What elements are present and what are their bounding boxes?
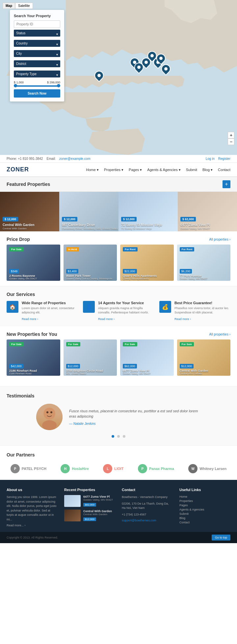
nav-contact[interactable]: Contact — [218, 168, 230, 172]
partner-3[interactable]: P Panax Pharma — [138, 464, 174, 473]
nav-submit[interactable]: Submit — [186, 168, 197, 172]
price-drop-card-2[interactable]: For Rent $22,000 Quarry Hills Apartments… — [120, 245, 174, 281]
city-select[interactable]: City — [14, 50, 60, 57]
price-drop-card-0[interactable]: For Sale $349 2 Rooms Bayonne Golden Val… — [7, 245, 60, 281]
city-select-wrapper: City — [14, 50, 60, 59]
new-props-all-link[interactable]: All properties › — [209, 333, 230, 336]
featured-carousel: $ 12,000 Central With Garden Central Wit… — [0, 192, 237, 231]
partner-name-2: LIOIT — [114, 467, 123, 471]
login-link[interactable]: Log in — [206, 157, 215, 161]
search-now-button[interactable]: Search Now — [14, 89, 60, 98]
property-id-input[interactable] — [14, 20, 60, 28]
footer-recent-0[interactable]: 6477 Zuma View Pl Golden Valley, MN 5542… — [64, 495, 115, 507]
new-prop-card-1[interactable]: For Sale $12,000 3705 Brighton Circle Ro… — [64, 339, 117, 376]
partner-icon-2: L — [103, 464, 112, 473]
footer-contact-email[interactable]: support@bowthemes.com — [122, 519, 173, 522]
new-prop-card-3[interactable]: For Sale $12,000 Central With Garden Cen… — [177, 339, 231, 376]
copyright-text: Copyright © 2013. All Rights Reserved. — [7, 536, 58, 539]
featured-title-3: 6477 Zuma View Pl — [180, 223, 210, 227]
featured-subtitle-1: Canterbury Drive, Woodbury, MN, United S… — [62, 227, 118, 230]
partner-name-0: PATEL PSYCH — [22, 467, 46, 471]
dot-1[interactable] — [117, 435, 120, 438]
zoom-in-btn[interactable]: + — [228, 132, 234, 138]
nav-properties[interactable]: Properties ▾ — [104, 168, 123, 172]
service-2: 💰 Best Price Guarantee! Phasellus non vi… — [159, 301, 230, 321]
go-to-top-link[interactable]: Go to top — [212, 535, 230, 541]
svg-point-1 — [43, 408, 55, 420]
footer-link-contact[interactable]: Contact — [179, 521, 230, 524]
property-type-select[interactable]: Property Type — [14, 71, 60, 77]
partner-4[interactable]: W Whitney Larsen — [188, 464, 226, 473]
status-badge-2: For Rent — [123, 247, 138, 251]
svg-point-2 — [42, 420, 57, 430]
email-link[interactable]: zoner@example.com — [59, 157, 91, 161]
service-readmore-1[interactable]: Read more › — [98, 317, 115, 321]
footer-link-agents[interactable]: Agents & Agencies — [179, 508, 230, 511]
nav-home[interactable]: Home ▾ — [86, 168, 98, 172]
service-desc-1: Aliquam gravida magna at fringilla conva… — [98, 306, 154, 314]
service-icon-2: 💰 — [159, 301, 171, 313]
dot-2[interactable] — [123, 435, 125, 438]
footer-link-home[interactable]: Home — [179, 495, 230, 498]
price-drop-card-3[interactable]: For Rent $6,200 77 Park Avenue Golden Va… — [177, 245, 231, 281]
partner-icon-3: P — [138, 464, 147, 473]
featured-item-3[interactable]: $ 62,000 6477 Zuma View Pl Golden Valley… — [178, 192, 237, 231]
partner-1[interactable]: H HoslaHire — [61, 464, 89, 473]
featured-title-1: 987 Canterbury Drive — [62, 223, 95, 227]
map-btn[interactable]: Map — [3, 3, 15, 9]
testimonial-content: Fusce risus metus, placerat in consectet… — [36, 404, 201, 430]
map-type-controls: Map Satellite — [3, 3, 33, 9]
card-sub-0: Golden Valley, MN 55427 — [9, 277, 37, 280]
status-select[interactable]: Status — [14, 30, 60, 37]
partner-2[interactable]: L LIOIT — [103, 464, 123, 473]
price-range-slider[interactable] — [14, 85, 60, 87]
partner-0[interactable]: P PATEL PSYCH — [11, 464, 46, 473]
featured-item-2[interactable]: $ 12,000 71 Sunny St Mission Viejo 71 Su… — [118, 192, 178, 231]
footer-link-pages[interactable]: Pages — [179, 504, 230, 507]
footer-link-blog[interactable]: Blog — [179, 516, 230, 520]
footer-link-properties[interactable]: Properties — [179, 499, 230, 503]
service-readmore-2[interactable]: Read more › — [174, 317, 191, 321]
new-prop-card-0[interactable]: For Sale $42,000 2186 Rinehart Road 2186… — [7, 339, 60, 376]
nav-blog[interactable]: Blog ▾ — [202, 168, 213, 172]
footer-recent-1[interactable]: Central With Garden Central With Garden … — [64, 510, 115, 521]
price-drop-grid: For Sale $349 2 Rooms Bayonne Golden Val… — [0, 245, 237, 286]
testimonials-title: Testimonials — [7, 393, 230, 398]
service-content-0: Wide Range of Properties Lorem ipsum dol… — [22, 301, 78, 321]
new-prop-card-2[interactable]: For Sale $62,000 6477 Zuma View Pl Golde… — [120, 339, 174, 376]
footer-contact-phone: +1 (734) 123-4567 — [122, 512, 173, 517]
footer-contact-company: Bowthemes - Vemartech Company — [122, 495, 173, 500]
footer-link-submit[interactable]: Submit — [179, 512, 230, 515]
featured-item-1[interactable]: $ 12,000 987 Canterbury Drive Canterbury… — [59, 192, 118, 231]
district-select[interactable]: District — [14, 60, 60, 67]
new-price-0: $42,000 — [9, 364, 23, 368]
service-icon-1: 👤 — [83, 301, 95, 313]
footer-recent-img-0 — [64, 495, 81, 507]
price-drop-all-link[interactable]: All properties › — [209, 238, 230, 241]
dot-0[interactable] — [112, 435, 114, 438]
featured-subtitle-0: Central With Garden — [3, 227, 27, 230]
add-featured-button[interactable]: + — [223, 180, 230, 188]
footer-contact-title: Contact — [122, 488, 173, 492]
new-status-3: For Sale — [180, 342, 194, 346]
footer-recent-price-0: $62,000 — [83, 503, 96, 507]
price-drop-card-1[interactable]: In Hold $3,400 Water Park Tower Golden V… — [64, 245, 117, 281]
service-readmore-0[interactable]: Read more › — [22, 317, 38, 321]
services-section: Our Services 🏠 Wide Range of Properties … — [0, 286, 237, 326]
zoom-out-btn[interactable]: − — [228, 138, 234, 145]
featured-item-0[interactable]: $ 12,000 Central With Garden Central Wit… — [0, 192, 59, 231]
satellite-btn[interactable]: Satellite — [15, 3, 33, 9]
testimonial-dots — [7, 434, 230, 439]
nav-pages[interactable]: Pages ▾ — [129, 168, 142, 172]
partners-title: Our Partners — [7, 452, 230, 457]
register-link[interactable]: Register — [218, 157, 230, 161]
footer-grid: About us Serving you since 1999. Lorem i… — [7, 488, 230, 528]
services-title: Our Services — [7, 292, 230, 297]
country-select[interactable]: Country — [14, 40, 60, 47]
footer-contact-address: 02206, 170 De La Thanh, Dong Da, Ha Noi,… — [122, 502, 173, 511]
footer-recent-loc-0: Golden Valley, MN 55427 — [83, 498, 115, 501]
footer-read-more[interactable]: Read more... › — [7, 524, 58, 527]
country-select-wrapper: Country — [14, 40, 60, 48]
partner-name-3: Panax Pharma — [149, 467, 174, 471]
nav-agents[interactable]: Agents & Agencies ▾ — [147, 168, 180, 172]
